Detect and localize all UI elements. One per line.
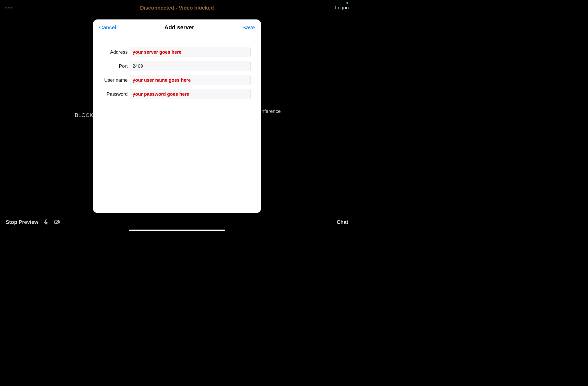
- modal-header: Cancel Add server Save: [93, 19, 261, 36]
- add-server-modal: Cancel Add server Save Address Port User…: [93, 19, 261, 213]
- camera-off-icon[interactable]: [54, 219, 60, 225]
- server-form: Address Port User name Password: [93, 36, 261, 99]
- cancel-button[interactable]: Cancel: [99, 24, 116, 31]
- svg-rect-0: [45, 220, 47, 223]
- home-indicator[interactable]: [129, 230, 225, 231]
- save-button[interactable]: Save: [242, 24, 255, 31]
- mic-icon[interactable]: [43, 219, 49, 225]
- background-conference-text: nference: [262, 108, 281, 114]
- username-input[interactable]: [130, 75, 251, 85]
- address-label: Address: [98, 49, 130, 55]
- connection-status-title: Disconnected - Video blocked: [140, 5, 214, 11]
- stop-preview-button[interactable]: Stop Preview: [6, 219, 38, 225]
- address-row: Address: [98, 47, 251, 57]
- password-input[interactable]: [130, 89, 251, 99]
- port-row: Port: [98, 61, 251, 71]
- address-input[interactable]: [130, 47, 251, 57]
- bottom-bar: Stop Preview Chat: [0, 219, 354, 225]
- port-label: Port: [98, 63, 130, 69]
- more-icon[interactable]: •••: [5, 5, 13, 11]
- port-input[interactable]: [130, 61, 251, 71]
- username-label: User name: [98, 77, 130, 83]
- top-bar: ••• Disconnected - Video blocked Logon: [0, 0, 354, 16]
- chat-button[interactable]: Chat: [337, 219, 348, 225]
- logon-button[interactable]: Logon: [335, 5, 349, 11]
- password-label: Password: [98, 91, 130, 97]
- modal-title: Add server: [164, 24, 194, 31]
- password-row: Password: [98, 89, 251, 99]
- username-row: User name: [98, 75, 251, 85]
